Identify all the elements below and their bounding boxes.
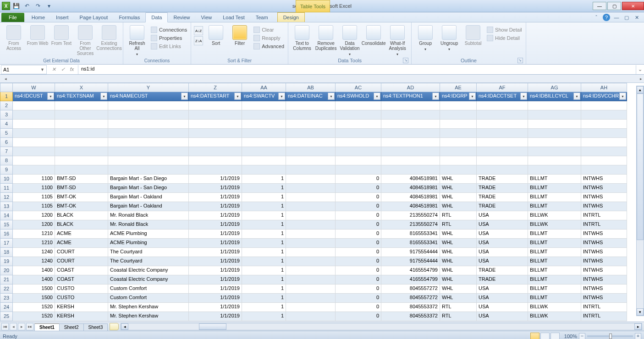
cell[interactable] — [286, 110, 336, 120]
cell[interactable]: KERSH — [55, 303, 108, 312]
select-all-corner[interactable] — [0, 83, 13, 92]
cell[interactable] — [286, 211, 336, 220]
cell[interactable]: INTWHS — [581, 294, 627, 303]
cell[interactable]: BILLMT — [528, 193, 581, 202]
page-break-view-icon[interactable] — [550, 333, 560, 339]
workbook-restore-icon[interactable]: ▢ — [623, 14, 630, 21]
cell[interactable] — [286, 312, 336, 321]
cell[interactable]: BLACK — [55, 211, 108, 220]
cell[interactable]: 1200 — [13, 220, 55, 230]
cell[interactable] — [440, 120, 477, 129]
cell[interactable]: USA — [477, 230, 528, 239]
column-header[interactable]: X — [55, 83, 108, 92]
cell[interactable]: BMT-SD — [55, 184, 108, 193]
cell[interactable] — [286, 239, 336, 248]
cell[interactable]: 1100 — [13, 175, 55, 184]
cell[interactable] — [108, 138, 189, 147]
row-header[interactable]: 10 — [0, 175, 13, 184]
cell[interactable] — [286, 129, 336, 138]
cell[interactable]: 1100 — [13, 184, 55, 193]
cell[interactable] — [581, 156, 627, 165]
refresh-all-button[interactable]: Refresh All▾ — [126, 24, 148, 57]
cell[interactable]: ACME Plumbing — [108, 230, 189, 239]
help-icon[interactable]: ? — [603, 14, 610, 21]
cell[interactable]: 8165553341 — [381, 230, 440, 239]
cell[interactable] — [286, 165, 336, 175]
cell[interactable] — [13, 138, 55, 147]
cell[interactable] — [528, 165, 581, 175]
cell[interactable] — [477, 129, 528, 138]
cell[interactable]: 1 — [242, 303, 286, 312]
cell[interactable]: 1400 — [13, 266, 55, 275]
cell[interactable]: RTL — [440, 312, 477, 321]
row-header[interactable]: 14 — [0, 211, 13, 220]
cell[interactable] — [108, 156, 189, 165]
cell[interactable]: CUSTO — [55, 294, 108, 303]
cell[interactable]: BMT-SD — [55, 175, 108, 184]
column-header[interactable]: AF — [477, 83, 528, 92]
cell[interactable]: Custom Comfort — [108, 284, 189, 294]
cell[interactable] — [242, 165, 286, 175]
cell[interactable] — [336, 129, 381, 138]
cell[interactable]: 1240 — [13, 257, 55, 266]
sheet-tab[interactable]: Sheet2 — [59, 323, 84, 331]
what-if-button[interactable]: What-If Analysis▾ — [386, 24, 408, 57]
cell[interactable] — [336, 120, 381, 129]
cell[interactable]: USA — [477, 211, 528, 220]
cell[interactable]: TRADE — [477, 184, 528, 193]
row-header[interactable]: 24 — [0, 303, 13, 312]
cell[interactable] — [108, 147, 189, 156]
row-header[interactable]: 23 — [0, 294, 13, 303]
cell[interactable]: WHL — [440, 184, 477, 193]
maximize-button[interactable]: ▢ — [607, 2, 621, 10]
cell[interactable]: 4084518981 — [381, 202, 440, 211]
cell[interactable]: 1 — [242, 248, 286, 257]
cell[interactable] — [440, 165, 477, 175]
cell[interactable]: BILLWK — [528, 312, 581, 321]
zoom-slider[interactable] — [587, 335, 633, 337]
cell[interactable]: COURT — [55, 257, 108, 266]
sheet-tab[interactable]: Sheet3 — [83, 323, 108, 331]
tab-design[interactable]: Design — [277, 12, 305, 22]
cell[interactable] — [528, 101, 581, 110]
cell[interactable]: 0 — [336, 275, 381, 284]
cell[interactable]: 4165554799 — [381, 266, 440, 275]
cell[interactable]: 9175554444 — [381, 248, 440, 257]
cell[interactable]: WHL — [440, 294, 477, 303]
cell[interactable]: The Courtyard — [108, 248, 189, 257]
cell[interactable] — [55, 129, 108, 138]
cell[interactable]: 4084518981 — [381, 175, 440, 184]
cell[interactable]: 4084518981 — [381, 193, 440, 202]
column-header[interactable]: AG — [528, 83, 581, 92]
cell[interactable]: WHL — [440, 202, 477, 211]
cell[interactable]: 1500 — [13, 294, 55, 303]
cell[interactable]: 1 — [242, 312, 286, 321]
cell[interactable] — [581, 110, 627, 120]
cell[interactable]: 1/1/2019 — [189, 175, 242, 184]
from-text-button[interactable]: From Text — [50, 24, 72, 46]
show-detail-button[interactable]: Show Detail — [486, 26, 523, 33]
edit-links-button[interactable]: Edit Links — [150, 43, 188, 50]
cell[interactable] — [55, 101, 108, 110]
cell[interactable]: BILLMT — [528, 248, 581, 257]
cell[interactable]: 1/1/2019 — [189, 239, 242, 248]
column-header[interactable]: AH — [581, 83, 627, 92]
cell[interactable]: 1/1/2019 — [189, 211, 242, 220]
cell[interactable] — [286, 303, 336, 312]
cell[interactable]: Coastal Electric Company — [108, 266, 189, 275]
cell[interactable] — [381, 156, 440, 165]
column-header[interactable]: AC — [336, 83, 381, 92]
cell[interactable]: 1/1/2019 — [189, 294, 242, 303]
cell[interactable] — [55, 156, 108, 165]
cell[interactable]: INTWHS — [581, 257, 627, 266]
cell[interactable]: CUSTO — [55, 284, 108, 294]
cell[interactable]: 1/1/2019 — [189, 184, 242, 193]
cell[interactable] — [108, 129, 189, 138]
table-column-header[interactable]: ns4:SWHOLD▼ — [336, 92, 381, 101]
row-header[interactable]: 1 — [0, 92, 13, 101]
cell[interactable] — [286, 101, 336, 110]
cell[interactable] — [189, 165, 242, 175]
cell[interactable] — [381, 147, 440, 156]
cell[interactable]: Bargain Mart - Oakland — [108, 202, 189, 211]
hide-detail-button[interactable]: Hide Detail — [486, 34, 523, 42]
